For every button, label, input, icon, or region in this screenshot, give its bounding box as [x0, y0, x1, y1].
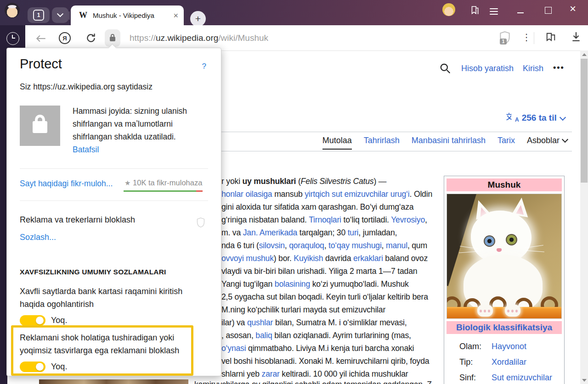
- search-icon[interactable]: [439, 62, 451, 76]
- chevron-down-icon: [560, 114, 566, 121]
- browser-window: 1 W Mushuk - Vikipediya × + × Я https://…: [0, 0, 588, 384]
- rating-text: ★ 10K ta fikr-mulohaza: [124, 178, 202, 187]
- details-link[interactable]: Batafsil: [73, 143, 213, 156]
- lock-icon: [33, 121, 47, 133]
- article-link[interactable]: toʻqay mushugi: [328, 241, 382, 250]
- infobox-rows: Olam:HayvonotTip:XordalilarSinf:Sut emiz…: [447, 339, 562, 384]
- article-text-segment: , asosan,: [221, 331, 255, 340]
- maximize-button[interactable]: [545, 7, 552, 14]
- more-options-link[interactable]: •••: [553, 63, 565, 72]
- yandex-search-icon[interactable]: Я: [59, 32, 71, 44]
- article-link[interactable]: zarar: [262, 369, 280, 378]
- protect-shield-icon[interactable]: 1: [499, 31, 511, 45]
- article-link[interactable]: honlar oilasiga: [221, 189, 272, 199]
- url-path: /wiki/Mushuk: [218, 33, 268, 43]
- tab-asboblar[interactable]: Asboblar: [527, 136, 567, 149]
- back-icon[interactable]: [35, 33, 47, 46]
- profile-avatar[interactable]: [5, 3, 20, 18]
- article-text-segment: M.ning koʻpchilik turlari mayda sut emiz…: [221, 305, 385, 314]
- tab-tarix[interactable]: Tarix: [498, 136, 515, 149]
- collections-icon[interactable]: [545, 31, 557, 45]
- article-text-segment: davrida: [323, 254, 353, 263]
- account-avatar[interactable]: [442, 3, 455, 16]
- infobox-row-label: Sinf:: [459, 370, 476, 384]
- infobox-row-value-link[interactable]: Sut emizuvchilar: [492, 370, 552, 384]
- toggle-state-label: Yoq.: [51, 316, 67, 325]
- address-bar[interactable]: https://uz.wikipedia.org/wiki/Mushuk: [130, 33, 268, 43]
- article-line: oʻynasi qimmatbaho. Liviya M.i kenja tur…: [221, 342, 439, 355]
- page-menu-icon[interactable]: ⋮: [522, 32, 531, 43]
- article-text-segment: (: [296, 177, 300, 186]
- kitten-image[interactable]: [447, 194, 562, 319]
- article-text-segment: uy mushuklari: [243, 177, 296, 186]
- shock-ads-block-toggle[interactable]: [20, 362, 45, 372]
- toggle-label-line: yoqimsiz tasvirlarga ega reklamani blokl…: [20, 346, 179, 356]
- create-account-link[interactable]: Hisob yaratish: [461, 64, 514, 73]
- browser-tab[interactable]: W Mushuk - Vikipediya ×: [71, 6, 184, 25]
- scrollbar-up-icon[interactable]: [580, 50, 588, 58]
- tab-group-expand-button[interactable]: [52, 7, 68, 23]
- article-link[interactable]: qoraquloq: [289, 241, 324, 250]
- article-link[interactable]: Jan. Amerikada: [243, 228, 297, 237]
- panel-divider: [20, 168, 208, 169]
- article-text-segment: Yangi tugʻilgan: [221, 279, 275, 289]
- bookmarks-icon[interactable]: [469, 5, 481, 18]
- article-link[interactable]: Tirnoqlari: [309, 215, 341, 224]
- article-text-segment: bilan oziqlanadi. Ayrim turlarining (mas…: [272, 331, 411, 340]
- infobox-row-value-link[interactable]: Xordalilar: [492, 354, 526, 370]
- menu-icon[interactable]: [490, 8, 498, 17]
- article-link[interactable]: turi: [348, 228, 359, 237]
- article-link[interactable]: bolasining: [275, 279, 310, 289]
- article-link[interactable]: Yevrosiyo: [391, 215, 425, 224]
- tabbar-divider: [69, 11, 69, 20]
- article-link[interactable]: erkaklari: [353, 254, 383, 263]
- infobox-section-link[interactable]: Biologik klassifikatsiya: [447, 321, 562, 334]
- infobox-row: Sinf:Sut emizuvchilar: [447, 370, 562, 384]
- article-link[interactable]: yirtqich sut emizuvchilar urugʻi: [305, 189, 409, 199]
- tab-group-button[interactable]: 1: [28, 7, 50, 23]
- scrollbar-thumb[interactable]: [581, 59, 588, 183]
- article-text-segment: nda 6 turi (: [221, 241, 259, 250]
- article-link[interactable]: manul: [386, 241, 407, 250]
- adblock-label: Reklama va trekerlarni bloklash: [20, 215, 135, 225]
- login-link[interactable]: Kirish: [523, 64, 543, 73]
- tab-close-icon[interactable]: ×: [173, 11, 178, 20]
- history-clock-icon[interactable]: [6, 32, 19, 45]
- article-text-segment: mansub: [272, 189, 305, 199]
- download-icon[interactable]: [571, 31, 581, 44]
- article-link[interactable]: qushlar: [247, 318, 273, 327]
- star-icon: ★: [124, 179, 130, 187]
- refresh-icon[interactable]: [85, 33, 96, 45]
- article-text-segment: gini aloxida tur sifatida xam qarashgan.…: [221, 202, 413, 211]
- article-text-segment: bilan, Sumatra M. i oʻsimliklar mevasi,: [273, 318, 407, 327]
- article-link[interactable]: baliq: [255, 331, 272, 340]
- close-button[interactable]: ×: [570, 2, 576, 15]
- article-text-segment: ) —: [373, 177, 386, 186]
- article-link[interactable]: silovsin: [259, 241, 285, 250]
- tab-tahrirlash[interactable]: Tahrirlash: [364, 136, 400, 149]
- adblock-settings-link[interactable]: Sozlash...: [20, 233, 56, 242]
- tab-mutolaa[interactable]: Mutolaa: [322, 136, 352, 150]
- lock-icon: [110, 37, 115, 41]
- article-line: nda 6 turi (silovsin, qoraquloq, toʻqay …: [221, 239, 439, 252]
- article-link[interactable]: Kuyikish: [294, 254, 323, 263]
- minimize-button[interactable]: [517, 12, 524, 13]
- chevron-down-icon: [57, 11, 63, 17]
- scrollbar-down-icon[interactable]: [580, 376, 588, 384]
- language-selector[interactable]: A 256 ta til: [505, 112, 565, 124]
- tab-manbasini-tahrirlash[interactable]: Manbasini tahrirlash: [412, 136, 486, 149]
- language-icon-a: A: [515, 117, 519, 123]
- infobox-row-value-link[interactable]: Hayvonot: [492, 339, 526, 354]
- new-tab-button[interactable]: +: [190, 11, 206, 27]
- article-line: shlarni yeb zarar keltiradi. 10 000 yil …: [221, 367, 439, 380]
- bank-card-warning-toggle[interactable]: [20, 315, 45, 326]
- help-link[interactable]: ?: [202, 62, 206, 71]
- site-feedback-link[interactable]: Sayt haqidagi fikr-muloh...: [20, 179, 113, 189]
- article-text-segment: 2,5 oygacha sut bilan boqadi. Keyin turl…: [221, 292, 428, 301]
- panel-divider: [20, 200, 208, 201]
- article-text-segment: gʻriniga nisbatan baland.: [221, 215, 309, 224]
- page-scrollbar[interactable]: [580, 50, 588, 384]
- article-link[interactable]: oʻynasi: [221, 344, 246, 353]
- article-link[interactable]: ovvoyi mushuk: [221, 254, 274, 263]
- article-line: , asosan, baliq bilan oziqlanadi. Ayrim …: [221, 329, 439, 342]
